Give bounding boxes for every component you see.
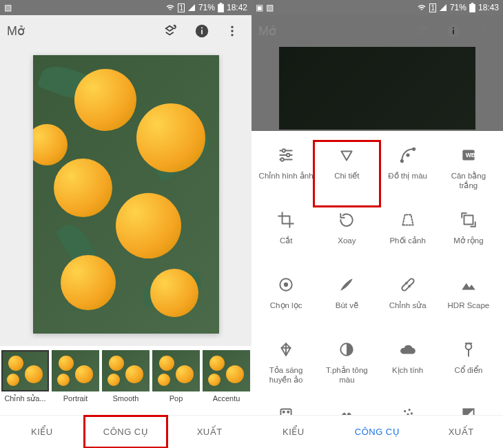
style-item-3[interactable]: Pop	[152, 350, 200, 415]
tab-kieu[interactable]: KIỂU	[0, 416, 84, 448]
info-icon[interactable]	[441, 19, 466, 43]
tool-tune[interactable]: Chỉnh hình ảnh	[256, 143, 316, 204]
tool-glamour[interactable]: Tỏa sáng huyền ảo	[256, 338, 316, 398]
tool-label: Cắt	[280, 236, 293, 245]
status-bar: ▧ 1 71% 18:42	[0, 0, 252, 15]
style-thumb	[52, 350, 99, 391]
style-thumb	[203, 350, 250, 391]
tool-rotate[interactable]: Xoay	[316, 208, 377, 269]
open-button[interactable]: Mở	[258, 23, 405, 39]
svg-rect-9	[471, 3, 474, 4]
tool-healing[interactable]: Chỉnh sửa	[378, 273, 438, 334]
undo-stack-icon[interactable]	[411, 19, 435, 43]
image-canvas[interactable]	[0, 47, 252, 346]
svg-point-29	[285, 283, 287, 286]
tool-details[interactable]: Chi tiết	[316, 143, 377, 204]
wifi-icon	[165, 3, 175, 12]
svg-point-32	[409, 285, 410, 287]
svg-point-5	[231, 26, 233, 28]
tool-label: Chỉnh hình ảnh	[259, 171, 314, 181]
style-item-1[interactable]: Portrait	[52, 350, 99, 415]
style-label: Smooth	[102, 394, 150, 403]
svg-point-21	[281, 158, 284, 161]
svg-point-19	[283, 149, 285, 152]
svg-point-38	[287, 411, 289, 413]
svg-rect-0	[218, 4, 224, 12]
svg-text:WB: WB	[466, 152, 475, 159]
styles-strip[interactable]: Chỉnh sửa...PortraitSmoothPopAccentu	[0, 346, 252, 415]
brush-icon	[333, 273, 360, 296]
tool-label: Mở rộng	[453, 236, 483, 245]
tool-bw[interactable]: Đ...	[438, 403, 499, 415]
triangle-down-icon	[333, 143, 360, 167]
style-label: Accentu	[203, 394, 250, 403]
expand-icon	[455, 208, 482, 232]
tab-xuat[interactable]: XUẤT	[167, 416, 252, 448]
undo-stack-icon[interactable]	[159, 19, 184, 43]
dice-icon	[272, 403, 300, 415]
tool-label: T.phản tông màu	[319, 365, 374, 385]
battery-percent: 71%	[198, 3, 215, 12]
tool-grainy[interactable]: Phim ...	[256, 403, 316, 415]
tool-label: Cân bằng trắng	[441, 171, 496, 191]
overflow-menu-icon[interactable]	[471, 19, 496, 43]
signal-icon	[187, 3, 196, 12]
bandage-icon	[394, 273, 422, 296]
svg-point-36	[283, 411, 285, 413]
tool-expand[interactable]: Mở rộng	[438, 208, 499, 269]
tool-hdr[interactable]: HDR Scape	[438, 273, 499, 334]
info-icon[interactable]	[189, 19, 214, 43]
tool-label: Chi tiết	[334, 171, 359, 181]
app-bar: Mở	[0, 15, 252, 47]
style-thumb	[152, 350, 200, 391]
style-item-0[interactable]: Chỉnh sửa...	[1, 350, 49, 415]
tool-label: Đồ thị màu	[388, 171, 427, 181]
style-item-2[interactable]: Smooth	[102, 350, 150, 415]
clock: 18:43	[478, 3, 499, 12]
tool-drama[interactable]: Kịch tính	[378, 338, 438, 398]
svg-point-7	[231, 34, 233, 36]
mountains-icon	[455, 273, 482, 296]
style-item-4[interactable]: Accentu	[203, 350, 250, 415]
tab-xuat[interactable]: XUẤT	[419, 416, 503, 448]
tool-brush[interactable]: Bút vẽ	[316, 273, 377, 334]
svg-point-20	[287, 154, 289, 156]
tool-selective[interactable]: Chọn lọc	[256, 273, 316, 334]
tool-tonal[interactable]: T.phản tông màu	[316, 338, 377, 398]
notif-icon: ▧	[4, 3, 12, 12]
svg-point-6	[231, 30, 233, 32]
wb-card-icon: WB	[455, 143, 482, 167]
style-thumb	[102, 350, 150, 391]
tab-congcu[interactable]: CÔNG CỤ	[336, 416, 420, 448]
mustache-icon	[333, 403, 360, 415]
tool-retro[interactable]: N...	[316, 403, 377, 415]
tool-label: Xoay	[338, 236, 356, 245]
svg-rect-11	[453, 30, 454, 34]
overflow-menu-icon[interactable]	[220, 19, 245, 43]
svg-point-39	[404, 410, 406, 412]
svg-point-23	[413, 148, 415, 150]
tool-vintage[interactable]: Cổ điển	[438, 338, 499, 398]
curve-icon	[394, 143, 422, 167]
tool-label: Cổ điển	[454, 365, 482, 375]
crop-icon	[272, 208, 300, 232]
signal-icon	[439, 3, 447, 12]
battery-percent: 71%	[450, 3, 466, 12]
tab-congcu[interactable]: CÔNG CỤ	[84, 416, 168, 448]
tool-crop[interactable]: Cắt	[256, 208, 316, 269]
tool-label: Chỉnh sửa	[389, 301, 427, 310]
tool-whitebal[interactable]: WBCân bằng trắng	[438, 143, 499, 204]
open-button[interactable]: Mở	[7, 23, 154, 39]
sim-icon: 1	[178, 3, 185, 12]
tool-curves[interactable]: Đồ thị màu	[378, 143, 438, 204]
tool-label: Bút vẽ	[336, 301, 358, 310]
tool-perspective[interactable]: Phối cảnh	[378, 208, 438, 269]
photo-preview	[33, 55, 219, 334]
tool-label: Kịch tính	[392, 365, 423, 375]
style-label: Pop	[152, 394, 200, 403]
tab-kieu[interactable]: KIỂU	[252, 416, 336, 448]
tool-grunge[interactable]: G...	[378, 403, 438, 415]
svg-point-14	[482, 30, 484, 32]
svg-rect-27	[464, 216, 473, 225]
svg-point-40	[408, 409, 410, 411]
